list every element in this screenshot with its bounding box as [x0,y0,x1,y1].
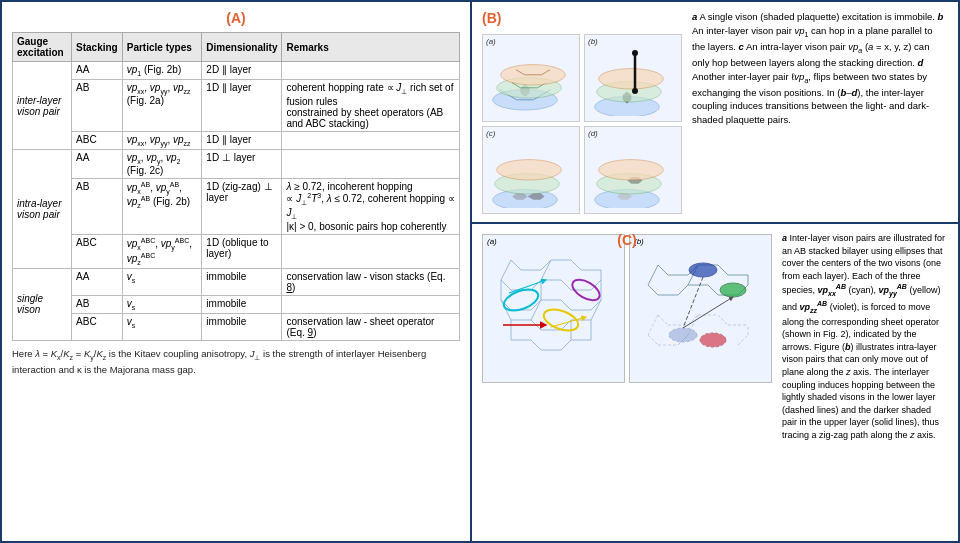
particles-cell: vs [122,268,202,295]
table-row: intra-layervison pair AA vpx, vpy, vp2 (… [13,150,460,179]
table-row: ABC vs immobile conservation law - sheet… [13,313,460,340]
remarks-cell [282,235,460,269]
particles-cell: vpxx, vpyy, vpzz [122,132,202,150]
remarks-cell [282,295,460,313]
table-row: AB vpxx, vpyy, vpzz(Fig. 2a) 1D ∥ layer … [13,80,460,132]
section-label-inter: inter-layervison pair [13,62,72,150]
dim-cell: 1D ∥ layer [202,132,282,150]
stacking-cell: ABC [72,235,123,269]
dim-cell: 2D ∥ layer [202,62,282,80]
svg-line-84 [658,315,668,325]
svg-line-32 [511,260,521,270]
table-row: ABC vpxABC, vpyABC,vpzABC 1D (oblique to… [13,235,460,269]
stacking-cell: ABC [72,313,123,340]
diagram-d-svg [588,133,678,208]
c-diagram-area: (C) (a) [482,232,948,442]
table-row: ABC vpxx, vpyy, vpzz 1D ∥ layer [13,132,460,150]
c-diagram-a-svg [483,235,624,380]
svg-line-105 [648,285,658,295]
svg-point-74 [501,285,541,314]
particles-cell: vp1 (Fig. 2b) [122,62,202,80]
section-b: (B) (a) [472,2,958,224]
dim-cell: immobile [202,313,282,340]
dim-cell: 1D ∥ layer [202,80,282,132]
diagram-a-svg [486,41,576,116]
diagram-c-svg [486,133,576,208]
svg-line-104 [648,265,658,285]
svg-line-36 [571,260,581,270]
svg-point-116 [720,283,746,297]
section-b-title: (B) [482,10,682,26]
table-row: AB vpxAB, vpyAB,vpzAB (Fig. 2b) 1D (zig-… [13,179,460,235]
svg-line-83 [551,317,586,327]
stacking-cell: AA [72,150,123,179]
stacking-cell: ABC [72,132,123,150]
section-label-intra: intra-layervison pair [13,150,72,269]
remarks-cell [282,62,460,80]
svg-point-114 [689,263,717,277]
svg-point-26 [497,159,562,179]
stacking-cell: AA [72,62,123,80]
particles-cell: vs [122,313,202,340]
remarks-cell: conservation law - vison stacks (Eq. 8) [282,268,460,295]
b-caption: a A single vison (shaded plaquette) exci… [692,10,948,214]
c-caption: a Inter-layer vison pairs are illustrate… [782,232,948,442]
svg-line-34 [541,260,551,270]
svg-line-65 [591,300,601,320]
svg-point-117 [700,333,726,347]
svg-point-20 [632,50,638,56]
c-diagram-b: (b) [629,234,772,383]
section-c-title: (C) [617,232,636,248]
b-diagram-grid: (a) [482,34,682,214]
diagram-a: (a) [482,34,580,122]
diagram-d: (d) [584,126,682,214]
remarks-cell: conservation law - sheet operator (Eq. 9… [282,313,460,340]
remarks-cell [282,150,460,179]
dim-cell: 1D ⊥ layer [202,150,282,179]
svg-line-42 [561,280,571,290]
c-diagram-b-svg [630,235,771,380]
svg-line-107 [678,285,688,295]
svg-line-54 [591,300,601,310]
c-sublabel-a: (a) [487,237,497,246]
right-panel: (B) (a) [472,2,958,541]
svg-line-69 [561,340,571,350]
dim-cell: immobile [202,295,282,313]
diagram-b: (b) [584,34,682,122]
svg-line-45 [501,260,511,280]
remarks-cell: coherent hopping rate ∝ J⊥ rich set of f… [282,80,460,132]
dim-cell: 1D (oblique tolayer) [202,235,282,269]
stacking-cell: AB [72,80,123,132]
col-header-gauge: Gaugeexcitation [13,33,72,62]
svg-line-102 [718,265,728,275]
svg-line-67 [531,340,541,350]
stacking-cell: AB [72,179,123,235]
svg-line-96 [738,335,748,345]
col-header-particles: Particle types [122,33,202,62]
section-label-single: single vison [13,268,72,340]
stacking-cell: AB [72,295,123,313]
svg-point-18 [599,68,664,88]
particles-cell: vpxx, vpyy, vpzz(Fig. 2a) [122,80,202,132]
table-row: single vison AA vs immobile conservation… [13,268,460,295]
remarks-cell: λ ≥ 0.72, incoherent hopping∝ J⊥2T3, λ ≤… [282,179,460,235]
stacking-cell: AA [72,268,123,295]
svg-line-88 [718,315,728,325]
svg-line-98 [658,265,668,275]
col-header-dimensionality: Dimensionality [202,33,282,62]
svg-point-21 [632,88,638,94]
diagram-c: (c) [482,126,580,214]
svg-line-91 [648,335,658,345]
diagram-b-svg [588,41,678,116]
footnote: Here λ = Kx/Kz = Ky/Kz is the Kitaev cou… [12,347,460,376]
dim-cell: immobile [202,268,282,295]
svg-line-38 [501,280,511,290]
svg-line-90 [648,315,658,335]
col-header-remarks: Remarks [282,33,460,62]
svg-point-115 [669,328,697,342]
svg-point-31 [599,159,664,179]
svg-line-110 [708,285,718,295]
particles-cell: vpxAB, vpyAB,vpzAB (Fig. 2b) [122,179,202,235]
svg-line-82 [509,280,546,293]
svg-line-46 [541,260,551,280]
